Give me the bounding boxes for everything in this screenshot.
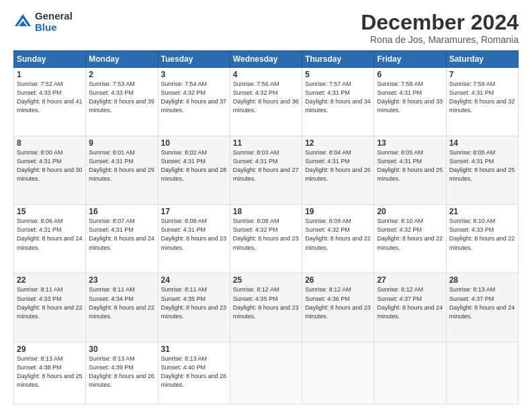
calendar-cell-27: 27Sunrise: 8:12 AMSunset: 4:37 PMDayligh… [374,273,446,342]
logo-icon [13,13,32,32]
calendar-cell-11: 11Sunrise: 8:03 AMSunset: 4:31 PMDayligh… [230,136,302,205]
calendar-cell-4: 4Sunrise: 7:56 AMSunset: 4:32 PMDaylight… [230,68,302,136]
calendar-week-1: 1Sunrise: 7:52 AMSunset: 4:33 PMDaylight… [14,68,519,136]
col-sunday: Sunday [14,51,86,68]
logo-text: General Blue [35,11,73,33]
calendar-cell-13: 13Sunrise: 8:05 AMSunset: 4:31 PMDayligh… [374,136,446,205]
col-wednesday: Wednesday [230,51,302,68]
calendar-cell-3: 3Sunrise: 7:54 AMSunset: 4:32 PMDaylight… [158,68,230,136]
calendar-cell-empty [230,342,302,404]
calendar-week-3: 15Sunrise: 8:06 AMSunset: 4:31 PMDayligh… [14,205,519,273]
calendar-cell-8: 8Sunrise: 8:00 AMSunset: 4:31 PMDaylight… [14,136,86,205]
logo: General Blue [13,11,73,33]
calendar-header-row: Sunday Monday Tuesday Wednesday Thursday… [14,51,519,68]
calendar-table: Sunday Monday Tuesday Wednesday Thursday… [13,50,519,404]
calendar-cell-19: 19Sunrise: 8:09 AMSunset: 4:32 PMDayligh… [302,205,374,273]
logo-blue: Blue [35,22,73,34]
calendar-cell-17: 17Sunrise: 8:08 AMSunset: 4:31 PMDayligh… [158,205,230,273]
calendar-cell-7: 7Sunrise: 7:59 AMSunset: 4:31 PMDaylight… [446,68,518,136]
calendar-cell-9: 9Sunrise: 8:01 AMSunset: 4:31 PMDaylight… [86,136,158,205]
subtitle: Rona de Jos, Maramures, Romania [361,34,519,45]
calendar-cell-26: 26Sunrise: 8:12 AMSunset: 4:36 PMDayligh… [302,273,374,342]
calendar-cell-29: 29Sunrise: 8:13 AMSunset: 4:38 PMDayligh… [14,342,86,404]
calendar-cell-empty [446,342,518,404]
calendar-cell-16: 16Sunrise: 8:07 AMSunset: 4:31 PMDayligh… [86,205,158,273]
calendar-cell-25: 25Sunrise: 8:12 AMSunset: 4:35 PMDayligh… [230,273,302,342]
header: General Blue December 2024 Rona de Jos, … [13,11,519,45]
calendar-cell-5: 5Sunrise: 7:57 AMSunset: 4:31 PMDaylight… [302,68,374,136]
col-thursday: Thursday [302,51,374,68]
calendar-cell-24: 24Sunrise: 8:11 AMSunset: 4:35 PMDayligh… [158,273,230,342]
calendar-cell-31: 31Sunrise: 8:13 AMSunset: 4:40 PMDayligh… [158,342,230,404]
main-title: December 2024 [361,11,519,34]
calendar-cell-30: 30Sunrise: 8:13 AMSunset: 4:39 PMDayligh… [86,342,158,404]
col-tuesday: Tuesday [158,51,230,68]
calendar-cell-1: 1Sunrise: 7:52 AMSunset: 4:33 PMDaylight… [14,68,86,136]
col-saturday: Saturday [446,51,518,68]
calendar-cell-18: 18Sunrise: 8:08 AMSunset: 4:32 PMDayligh… [230,205,302,273]
col-monday: Monday [86,51,158,68]
calendar-week-5: 29Sunrise: 8:13 AMSunset: 4:38 PMDayligh… [14,342,519,404]
calendar-cell-empty [302,342,374,404]
calendar-cell-empty [374,342,446,404]
calendar-week-2: 8Sunrise: 8:00 AMSunset: 4:31 PMDaylight… [14,136,519,205]
calendar-cell-2: 2Sunrise: 7:53 AMSunset: 4:33 PMDaylight… [86,68,158,136]
calendar-cell-23: 23Sunrise: 8:11 AMSunset: 4:34 PMDayligh… [86,273,158,342]
calendar-cell-12: 12Sunrise: 8:04 AMSunset: 4:31 PMDayligh… [302,136,374,205]
calendar-cell-10: 10Sunrise: 8:02 AMSunset: 4:31 PMDayligh… [158,136,230,205]
calendar-cell-15: 15Sunrise: 8:06 AMSunset: 4:31 PMDayligh… [14,205,86,273]
calendar-week-4: 22Sunrise: 8:11 AMSunset: 4:33 PMDayligh… [14,273,519,342]
calendar-cell-22: 22Sunrise: 8:11 AMSunset: 4:33 PMDayligh… [14,273,86,342]
calendar-cell-28: 28Sunrise: 8:13 AMSunset: 4:37 PMDayligh… [446,273,518,342]
calendar-cell-14: 14Sunrise: 8:05 AMSunset: 4:31 PMDayligh… [446,136,518,205]
page: General Blue December 2024 Rona de Jos, … [0,0,532,411]
calendar-cell-21: 21Sunrise: 8:10 AMSunset: 4:33 PMDayligh… [446,205,518,273]
calendar-cell-6: 6Sunrise: 7:58 AMSunset: 4:31 PMDaylight… [374,68,446,136]
logo-general: General [35,11,73,22]
calendar-cell-20: 20Sunrise: 8:10 AMSunset: 4:32 PMDayligh… [374,205,446,273]
col-friday: Friday [374,51,446,68]
title-block: December 2024 Rona de Jos, Maramures, Ro… [361,11,519,45]
